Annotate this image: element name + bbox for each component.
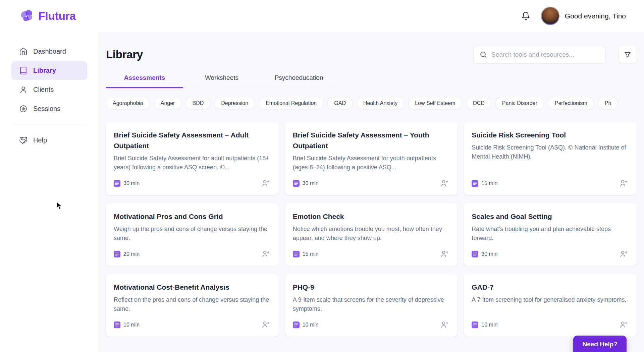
filter-chip-partial[interactable]: Ph [598, 97, 618, 110]
resource-description: Brief Suicide Safety Assessment for yout… [293, 154, 450, 172]
sidebar-item-library[interactable]: Library [11, 61, 87, 80]
person-plus-icon [440, 179, 449, 188]
card-footer: 10 min [472, 313, 629, 330]
person-plus-icon [261, 179, 270, 188]
notifications-button[interactable] [519, 9, 532, 22]
filter-chip-health-anxiety[interactable]: Health Anxiety [357, 97, 404, 110]
document-icon [114, 180, 120, 187]
resource-grid: Brief Suicide Safety Assessment – Adult … [106, 122, 637, 337]
assign-to-client-button[interactable] [261, 249, 271, 259]
resource-card[interactable]: Motivational Cost-Benefit Analysis Refle… [106, 274, 279, 337]
title-row: Library [106, 46, 637, 64]
duration-label: 15 min [481, 180, 497, 186]
document-icon [472, 180, 478, 187]
assign-to-client-button[interactable] [619, 178, 629, 188]
resource-description: Notice which emotions trouble you most, … [293, 225, 450, 243]
duration-label: 30 min [303, 180, 319, 186]
user-icon [19, 85, 28, 94]
card-footer: 30 min [293, 172, 450, 188]
duration-label: 10 min [303, 322, 319, 328]
resource-card[interactable]: Suicide Risk Screening Tool Suicide Risk… [464, 122, 637, 195]
resource-title: PHQ-9 [293, 282, 450, 293]
page-title: Library [106, 48, 143, 61]
card-footer: 20 min [114, 243, 271, 259]
card-footer: 10 min [114, 313, 271, 330]
person-plus-icon [261, 320, 270, 329]
bell-icon [521, 11, 530, 20]
assign-to-client-button[interactable] [619, 249, 629, 259]
resource-description: Rate what's troubling you and plan achie… [472, 225, 629, 243]
resource-card[interactable]: Emotion Check Notice which emotions trou… [285, 203, 458, 266]
resource-card[interactable]: Motivational Pros and Cons Grid Weigh up… [106, 203, 279, 266]
person-plus-icon [619, 179, 628, 188]
duration-label: 30 min [123, 180, 140, 186]
library-tabs: Assessments Worksheets Psychoeducation [106, 69, 337, 88]
filter-chip-low-self-esteem[interactable]: Low Self Esteem [408, 97, 462, 110]
sidebar-item-dashboard[interactable]: Dashboard [11, 42, 87, 61]
brand-name: Flutura [38, 9, 76, 22]
filter-chip-depression[interactable]: Depression [214, 97, 255, 110]
sidebar-item-label: Library [33, 67, 56, 74]
assign-to-client-button[interactable] [619, 319, 629, 330]
resource-card[interactable]: Brief Suicide Safety Assessment – Adult … [106, 122, 279, 195]
person-plus-icon [261, 249, 270, 258]
audio-levels-icon [19, 105, 28, 113]
filter-chip-anger[interactable]: Anger [154, 97, 182, 110]
assign-to-client-button[interactable] [439, 178, 450, 188]
document-icon [472, 251, 478, 257]
tab-psychoeducation[interactable]: Psychoeducation [260, 69, 337, 88]
resource-card[interactable]: Scales and Goal Setting Rate what's trou… [464, 203, 637, 266]
resource-title: Emotion Check [293, 211, 450, 222]
resource-description: Reflect on the pros and cons of change v… [114, 295, 271, 313]
book-icon [19, 66, 28, 75]
card-footer: 10 min [293, 313, 450, 330]
assign-to-client-button[interactable] [261, 178, 271, 188]
resource-card[interactable]: GAD-7 A 7-item screening tool for genera… [464, 274, 637, 337]
filter-chip-perfectionism[interactable]: Perfectionism [548, 97, 594, 110]
sidebar-item-help[interactable]: Help [11, 131, 87, 150]
search-icon [479, 51, 487, 59]
resource-description: A 9-item scale that screens for the seve… [293, 295, 450, 313]
resource-title: Brief Suicide Safety Assessment – Adult … [114, 130, 271, 151]
filter-chip-panic-disorder[interactable]: Panic Disorder [495, 97, 544, 110]
duration-label: 10 min [481, 322, 497, 328]
need-help-button[interactable]: Need Help? [573, 336, 627, 352]
card-footer: 30 min [114, 172, 271, 188]
resource-card[interactable]: Brief Suicide Safety Assessment – Youth … [285, 122, 458, 195]
brand-logo[interactable]: Flutura [19, 8, 76, 24]
resource-title: Brief Suicide Safety Assessment – Youth … [293, 130, 450, 151]
funnel-icon [624, 51, 632, 59]
filter-chip-bdd[interactable]: BDD [185, 97, 210, 110]
document-icon [472, 321, 478, 328]
assign-to-client-button[interactable] [439, 249, 450, 259]
user-avatar[interactable] [541, 7, 559, 25]
resource-card[interactable]: PHQ-9 A 9-item scale that screens for th… [285, 274, 458, 337]
sidebar-item-sessions[interactable]: Sessions [11, 100, 87, 118]
duration-label: 30 min [481, 251, 497, 257]
person-plus-icon [619, 249, 628, 258]
assign-to-client-button[interactable] [439, 319, 450, 330]
duration-label: 20 min [123, 251, 140, 257]
resource-description: Weigh up the pros and cons of change ver… [114, 225, 271, 243]
assign-to-client-button[interactable] [261, 319, 271, 330]
filter-chip-emotional-regulation[interactable]: Emotional Regulation [259, 97, 323, 110]
filter-button[interactable] [619, 46, 637, 64]
document-icon [293, 251, 300, 257]
document-icon [293, 180, 300, 187]
duration-label: 10 min [123, 322, 140, 328]
sidebar-item-clients[interactable]: Clients [11, 80, 87, 99]
filter-chip-agoraphobia[interactable]: Agoraphobia [106, 97, 150, 110]
search-input[interactable] [474, 46, 605, 64]
filter-chip-row: Agoraphobia Anger BDD Depression Emotion… [106, 97, 644, 110]
resource-title: Motivational Pros and Cons Grid [114, 211, 271, 222]
tab-worksheets[interactable]: Worksheets [183, 69, 260, 88]
home-icon [19, 47, 28, 56]
card-footer: 15 min [293, 243, 450, 259]
filter-chip-gad[interactable]: GAD [327, 97, 353, 110]
resource-title: Suicide Risk Screening Tool [472, 130, 629, 140]
greeting-text: Good evening, Tino [565, 12, 626, 20]
filter-chip-ocd[interactable]: OCD [466, 97, 491, 110]
card-footer: 15 min [472, 172, 629, 188]
resource-description: A 7-item screening tool for generalised … [472, 295, 629, 304]
tab-assessments[interactable]: Assessments [106, 69, 183, 88]
